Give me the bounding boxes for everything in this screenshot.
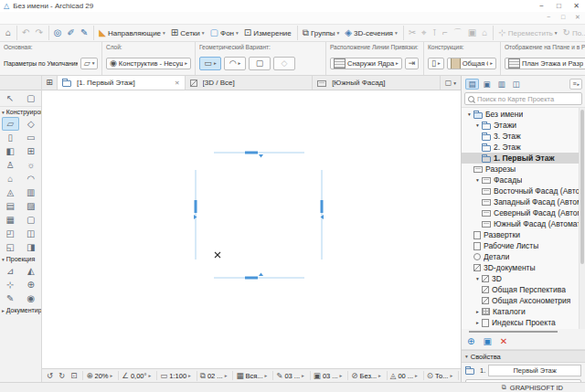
wall-tool[interactable]: ▱ (2, 117, 19, 131)
menu-design[interactable] (27, 12, 37, 24)
measure-button[interactable]: ⊡ Измерение (241, 26, 294, 40)
stair-tool[interactable]: ▤ (2, 199, 19, 213)
fillet-button[interactable]: ⌒ (451, 26, 465, 40)
settings-button[interactable]: ▣ (483, 334, 491, 349)
geometry-straight-button[interactable]: ▭ ▸ (199, 57, 221, 70)
geometry-chained-button[interactable]: ▢ (249, 57, 271, 70)
inject-parameters-button[interactable]: ✎ (78, 26, 90, 40)
flip-reference-button[interactable]: ⇥ (405, 58, 420, 69)
publisher-tab[interactable]: ◫ (509, 79, 523, 90)
drawing-canvas[interactable] (42, 90, 461, 368)
zone-tool[interactable]: ▢ (23, 213, 40, 227)
new-item-button[interactable]: ⊕ (467, 334, 474, 349)
shell-tool[interactable]: ◠ (23, 172, 40, 185)
tree-axonometry[interactable]: Общая Аксонометрия (462, 295, 580, 306)
reference-line-button[interactable]: Снаружи Ядра ▸ (330, 58, 402, 69)
camera-tool[interactable]: ◉ (23, 291, 40, 305)
guide-lines-button[interactable]: ◣ Направляющие ▾ (93, 26, 168, 40)
adjust-button[interactable]: ⌖ (419, 26, 430, 40)
elevation-tool[interactable]: ◭ (23, 264, 40, 278)
close-button[interactable]: ✕ (568, 0, 585, 12)
menu-teamwork[interactable] (55, 12, 64, 24)
slab-tool[interactable]: ◇ (23, 117, 40, 131)
menu-window[interactable] (64, 12, 73, 24)
tree-expander-icon[interactable]: ▾ (473, 276, 482, 281)
find-select-button[interactable]: ◎ (48, 26, 65, 40)
geometry-curved-button[interactable]: ◠ ▸ (224, 57, 246, 70)
window-tool[interactable]: ⊞ (23, 144, 40, 158)
menu-view[interactable] (18, 12, 27, 24)
tree-scrollbar[interactable] (579, 108, 585, 329)
resize-button[interactable]: ▣ (465, 26, 479, 40)
redo-button[interactable]: ↷ (32, 26, 45, 40)
tree-sections[interactable]: Разрезы (462, 164, 580, 175)
curtain-wall-tool[interactable]: ▥ (23, 185, 40, 199)
tree-3d-documents[interactable]: 3D-документы (462, 262, 580, 273)
graphisoft-id-button[interactable]: ⧉ GRAPHISOFT ID (502, 384, 563, 392)
interior-elevation-tool[interactable]: ⊹ (2, 278, 19, 291)
tree-expander-icon[interactable]: ▾ (465, 111, 473, 117)
tab-close-button[interactable]: ✕ (175, 79, 179, 87)
geometry-rectangle-button[interactable]: ◇ (273, 57, 295, 70)
intersect-button[interactable]: ⌐ (440, 26, 451, 40)
roof-tool[interactable]: ⌂ (2, 172, 19, 185)
railing-tool[interactable]: ▨ (23, 199, 40, 213)
toolbox-section-documentation[interactable]: ▸ Документирование (0, 305, 41, 315)
tree-story-1[interactable]: 1. Первый Этаж (462, 153, 580, 164)
tree-3d[interactable]: ▾ 3D (462, 273, 580, 284)
tree-elev-east[interactable]: Восточный Фасад (Автоматич (462, 185, 580, 196)
view-map-tab[interactable]: ▣ (480, 79, 494, 90)
tab-3d-all[interactable]: [3D / Все] (186, 76, 314, 90)
marquee-tool[interactable]: ▢ (23, 91, 40, 105)
worksheet-tool[interactable]: ✎ (2, 291, 19, 305)
tree-expander-icon[interactable]: ▾ (473, 177, 482, 183)
maximize-button[interactable]: □ (550, 0, 568, 12)
column-tool[interactable]: ▯ (2, 131, 19, 144)
offset-button[interactable]: ⌂ (479, 26, 490, 40)
tree-interior-elevations[interactable]: Развертки (462, 229, 580, 240)
tree-stories[interactable]: ▾ Этажи (462, 120, 580, 131)
navigator-menu-button[interactable]: ≡ ▸ (569, 79, 582, 90)
tree-elev-south[interactable]: Южный Фасад (Автоматическ (462, 218, 580, 229)
menu-file[interactable] (0, 12, 9, 24)
navigator-splitter[interactable] (462, 329, 585, 334)
layout-book-tab[interactable]: ▥ (495, 79, 508, 90)
tab-overview-button[interactable]: ⊞ (42, 76, 58, 90)
doc-restore-button[interactable]: □ (556, 12, 570, 24)
structure-method-button[interactable]: ▯ ▸ (428, 58, 444, 69)
project-map-tab[interactable]: ▤ (465, 79, 479, 90)
rotate-button[interactable]: ↻ По... (559, 26, 585, 40)
tree-expander-icon[interactable]: ▸ (473, 309, 482, 314)
mesh-tool[interactable]: ▦ (2, 213, 19, 227)
menu-help[interactable] (73, 12, 82, 24)
menu-options[interactable] (46, 12, 55, 24)
story-name-field[interactable]: Первый Этаж (488, 365, 581, 376)
move-button[interactable]: ⊹ Переместить ▾ (493, 26, 559, 40)
composite-select-button[interactable]: Общая Стена/... ▸ (447, 58, 496, 69)
doc-minimize-button[interactable]: − (541, 12, 556, 24)
search-input[interactable] (477, 95, 579, 103)
background-button[interactable]: ▢ Фон ▾ (207, 26, 241, 40)
opening-tool[interactable]: ◰ (2, 227, 19, 240)
split-button[interactable]: ✂ (403, 26, 419, 40)
beam-tool[interactable]: ▭ (23, 131, 40, 144)
object-tool[interactable]: ♙ (2, 158, 19, 172)
tree-elev-north[interactable]: Северный Фасад (Автоматиче (462, 207, 580, 218)
scrollbar-thumb[interactable] (580, 110, 584, 264)
undo-button[interactable]: ↶ (16, 26, 32, 40)
tree-elevations[interactable]: ▾ Фасады (462, 175, 580, 185)
tree-elev-west[interactable]: Западный Фасад (Автоматиче (462, 196, 580, 207)
pick-up-parameters-button[interactable]: ✐ (65, 26, 78, 40)
door-tool[interactable]: ◧ (2, 144, 19, 158)
minimize-button[interactable]: − (533, 0, 550, 12)
groups-button[interactable]: ⧉ Группы ▾ (297, 26, 343, 40)
tab-south-elevation[interactable]: [Южный Фасад] (313, 76, 441, 90)
tree-story-3[interactable]: 3. Этаж (462, 131, 580, 142)
skylight-tool[interactable]: ◫ (23, 227, 40, 240)
doc-close-button[interactable]: ✕ (570, 12, 585, 24)
tree-details[interactable]: Детали (462, 251, 580, 262)
tree-schedules[interactable]: ▸ Каталоги (462, 306, 580, 317)
toolbox-section-construction[interactable]: ▾ Конструирование (0, 107, 41, 117)
tree-expander-icon[interactable]: ▾ (473, 122, 482, 128)
3d-sections-button[interactable]: ◈ 3D-сечения ▾ (342, 26, 399, 40)
